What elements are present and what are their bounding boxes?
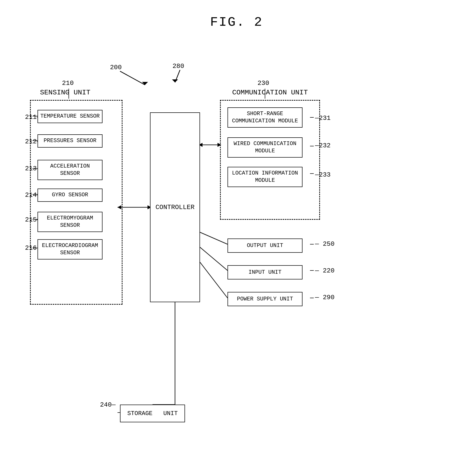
svg-marker-3: [172, 79, 178, 82]
location-info-module-box: LOCATION INFORMATIONMODULE: [228, 167, 302, 187]
pressure-sensor-box: PRESSURES SENSOR: [38, 134, 102, 148]
svg-marker-1: [142, 82, 148, 85]
ref-240: 240—: [100, 401, 116, 409]
svg-line-11: [200, 232, 228, 244]
page-title: FIG. 2: [0, 0, 473, 30]
ecg-sensor-box: ELECTROCARDIOGRAMSENSOR: [38, 239, 102, 259]
ref-250: — 250: [315, 240, 334, 248]
sensing-unit-box: [30, 100, 122, 305]
controller-label: CONTROLLER: [156, 204, 194, 211]
ref-210: 210: [62, 79, 74, 87]
ref-233: —233: [315, 171, 330, 179]
output-unit-box: OUTPUT UNIT: [228, 238, 302, 253]
ref-220: — 220: [315, 267, 334, 274]
ref-230: 230: [258, 79, 269, 87]
gyro-sensor-box: GYRO SENSOR: [38, 189, 102, 202]
power-supply-unit-box: POWER SUPPLY UNIT: [228, 292, 302, 306]
emg-sensor-box: ELECTROMYOGRAMSENSOR: [38, 212, 102, 232]
svg-line-13: [200, 262, 228, 298]
controller-box: CONTROLLER: [150, 112, 200, 302]
sensing-unit-label: SENSING UNIT: [40, 89, 90, 96]
svg-line-12: [200, 247, 228, 270]
ref-232: —232: [315, 142, 330, 149]
short-range-module-box: SHORT-RANGECOMMUNICATION MODULE: [228, 107, 302, 128]
ref-200: 200: [110, 64, 122, 71]
ref-290: — 290: [315, 294, 334, 301]
temp-sensor-box: TEMPERATURE SENSOR: [38, 110, 102, 123]
wired-comm-module-box: WIRED COMMUNICATIONMODULE: [228, 137, 302, 158]
svg-line-2: [175, 70, 180, 82]
input-unit-box: INPUT UNIT: [228, 265, 302, 279]
storage-unit-box: STORAGE UNIT: [120, 405, 185, 422]
diagram-container: 200 280 210 SENSING UNIT 211— TEMPERATUR…: [25, 50, 448, 450]
ref-231: —231: [315, 114, 330, 122]
ref-280: 280: [172, 62, 184, 70]
svg-line-0: [120, 71, 145, 85]
accel-sensor-box: ACCELERATIONSENSOR: [38, 160, 102, 180]
comm-unit-label: COMMUNICATION UNIT: [225, 89, 315, 96]
